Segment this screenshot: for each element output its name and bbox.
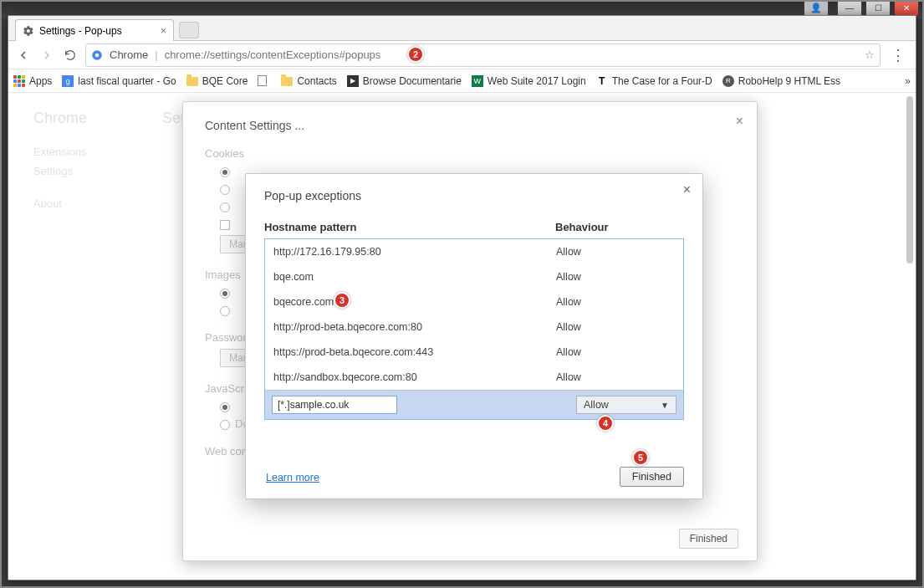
address-bar[interactable]: Chrome | chrome://settings/contentExcept… bbox=[85, 43, 881, 67]
site-icon: R bbox=[722, 75, 734, 87]
minimize-button[interactable]: — bbox=[837, 0, 862, 17]
bookmark-item[interactable]: W Web Suite 2017 Login bbox=[472, 75, 586, 87]
table-row[interactable]: http://sandbox.bqecore.com:80Allow bbox=[265, 365, 683, 390]
browser-menu-button[interactable]: ⋮ bbox=[887, 46, 909, 64]
section-cookies: Cookies bbox=[205, 147, 735, 160]
page-scrollbar[interactable] bbox=[906, 96, 913, 263]
close-icon[interactable]: × bbox=[736, 114, 743, 129]
annotation-badge-3: 3 bbox=[334, 292, 350, 309]
bookmark-item[interactable]: R RoboHelp 9 HTML Ess bbox=[722, 75, 840, 87]
finished-button[interactable]: Finished bbox=[679, 529, 738, 549]
annotation-badge-4: 4 bbox=[597, 415, 614, 432]
bookmark-label: Contacts bbox=[297, 75, 336, 87]
bookmark-label: RoboHelp 9 HTML Ess bbox=[738, 75, 840, 87]
table-row[interactable]: https://prod-beta.bqecore.com:443Allow bbox=[265, 340, 683, 365]
tab-title: Settings - Pop-ups bbox=[39, 25, 122, 37]
bookmark-item[interactable]: BQE Core bbox=[186, 75, 248, 87]
annotation-badge-5: 5 bbox=[632, 449, 649, 466]
col-hostname: Hostname pattern bbox=[264, 221, 555, 233]
finished-button[interactable]: Finished bbox=[620, 467, 684, 487]
bookmarks-bar: Apps g last fiscal quarter - Go BQE Core… bbox=[8, 69, 916, 93]
table-row[interactable]: bqecore.comAllow bbox=[265, 289, 683, 314]
behaviour-select[interactable]: Allow ▼ bbox=[576, 396, 676, 414]
page-content: Chrome Extensions Settings About Setting… bbox=[8, 93, 916, 580]
folder-icon bbox=[186, 77, 198, 86]
bookmark-item[interactable]: g last fiscal quarter - Go bbox=[62, 75, 176, 87]
select-value: Allow bbox=[584, 399, 609, 411]
bookmark-label: Browse Documentarie bbox=[363, 75, 462, 87]
table-row[interactable]: bqe.comAllow bbox=[265, 264, 683, 289]
google-icon: g bbox=[62, 75, 74, 87]
apps-icon bbox=[13, 75, 25, 87]
svg-point-1 bbox=[95, 53, 100, 57]
browser-window: Settings - Pop-ups × Chrome | chrome://s… bbox=[8, 15, 916, 580]
site-icon: ▶ bbox=[347, 75, 359, 87]
tab-close-icon[interactable]: × bbox=[161, 25, 166, 37]
omnibox-url: chrome://settings/contentExceptions#popu… bbox=[165, 49, 381, 61]
bookmarks-overflow-button[interactable]: » bbox=[905, 75, 911, 87]
apps-label: Apps bbox=[29, 75, 52, 87]
maximize-button[interactable]: ☐ bbox=[865, 0, 891, 17]
bookmark-item[interactable]: ▶ Browse Documentarie bbox=[347, 75, 462, 87]
browser-tab[interactable]: Settings - Pop-ups × bbox=[15, 19, 174, 41]
toolbar: Chrome | chrome://settings/contentExcept… bbox=[8, 41, 916, 69]
bookmark-label: The Case for a Four-D bbox=[612, 75, 712, 87]
folder-icon bbox=[281, 77, 293, 86]
bookmark-label: BQE Core bbox=[202, 75, 248, 87]
file-icon bbox=[258, 75, 267, 86]
tab-strip: Settings - Pop-ups × bbox=[8, 16, 916, 41]
reload-button[interactable] bbox=[62, 47, 79, 64]
window-controls: 👤 — ☐ ✕ bbox=[804, 0, 919, 17]
apps-shortcut[interactable]: Apps bbox=[13, 75, 52, 87]
back-button[interactable] bbox=[15, 47, 32, 64]
user-switcher-button[interactable]: 👤 bbox=[804, 0, 829, 17]
bookmark-label: Web Suite 2017 Login bbox=[488, 75, 586, 87]
table-row[interactable]: http://172.16.179.95:80Allow bbox=[265, 239, 683, 264]
table-row[interactable]: http://prod-beta.bqecore.com:80Allow bbox=[265, 314, 683, 340]
window-close-button[interactable]: ✕ bbox=[894, 0, 919, 17]
site-icon: W bbox=[472, 75, 483, 87]
omnibox-separator: | bbox=[155, 49, 157, 61]
gear-icon bbox=[23, 25, 34, 37]
learn-more-link[interactable]: Learn more bbox=[266, 472, 319, 483]
chevron-down-icon: ▼ bbox=[661, 401, 669, 410]
bookmark-item[interactable]: Contacts bbox=[281, 75, 336, 87]
new-tab-button[interactable] bbox=[179, 22, 199, 38]
forward-button bbox=[38, 47, 55, 64]
chrome-logo-icon bbox=[91, 49, 103, 61]
new-exception-row: Allow ▼ bbox=[265, 390, 683, 419]
col-behaviour: Behaviour bbox=[555, 221, 609, 233]
bookmark-item[interactable]: T The Case for a Four-D bbox=[596, 75, 712, 87]
bookmark-star-icon[interactable]: ☆ bbox=[865, 49, 875, 61]
omnibox-chip: Chrome bbox=[110, 49, 148, 61]
annotation-badge-2: 2 bbox=[407, 46, 424, 63]
bookmark-label: last fiscal quarter - Go bbox=[78, 75, 176, 87]
dialog-title: Content Settings ... bbox=[205, 119, 735, 132]
exceptions-table: http://172.16.179.95:80Allow bqe.comAllo… bbox=[264, 238, 684, 420]
hostname-input[interactable] bbox=[272, 396, 397, 414]
bookmark-item[interactable] bbox=[258, 75, 271, 86]
table-header-row: Hostname pattern Behaviour bbox=[264, 221, 684, 233]
close-icon[interactable]: × bbox=[683, 182, 691, 197]
dialog-title: Pop-up exceptions bbox=[264, 189, 684, 202]
site-icon: T bbox=[596, 75, 608, 87]
